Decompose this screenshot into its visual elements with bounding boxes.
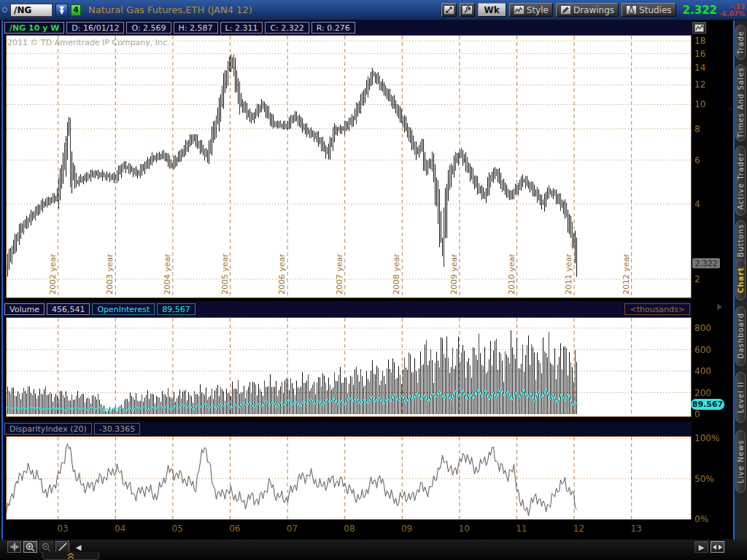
date-cell: D: 16/01/12 [66,22,124,34]
last-price-axis-badge: 2.322 [692,258,720,268]
svg-text:2006 year: 2006 year [277,253,287,295]
settings-button[interactable] [460,3,475,17]
trendline-tool-button[interactable] [55,541,69,553]
studies-button[interactable]: Studies [622,3,676,17]
open-interest-axis-badge: 89.567 [691,399,724,410]
time-tick: 12 [573,524,584,534]
svg-text:2012 year: 2012 year [622,253,631,295]
pencil-icon [560,5,571,15]
price-tick: 18 [694,36,705,46]
period-wk-button[interactable]: Wk [478,3,506,17]
disparity-header: DisparityIndex (20) -30.3365 [3,421,692,436]
sidebar-tab-label: Live News [737,440,745,483]
sidebar-tab-live-news[interactable]: Live News [735,430,746,493]
sidebar-tab-trade[interactable]: Trade [735,25,746,60]
svg-text:2003 year: 2003 year [105,253,115,295]
sidebar-tab-times-and-sales[interactable]: Times And Sales [735,64,746,141]
price-tick: 10 [694,99,705,109]
disparity-tick: 50% [694,474,714,484]
time-axis: 0304050607080910111213 [0,520,735,540]
disparity-tick: 100% [694,433,719,443]
volume-tick: 800 [694,323,711,333]
gadget-sidebar: TradeTimes And SalesActive TraderBig But… [735,20,747,540]
sidebar-tab-dashboard[interactable]: Dashboard [735,306,746,366]
open-cell: O: 2.569 [126,22,171,34]
flask-icon [626,5,637,15]
volume-tick: 200 [694,388,711,398]
main-price-chart[interactable]: 2002 year2003 year2004 year2005 year2006… [6,35,692,298]
svg-text:2002 year: 2002 year [48,253,58,295]
sidebar-tab-active-trader[interactable]: Active Trader [735,146,746,216]
price-tick: 2 [694,274,700,284]
svg-text:2011 year: 2011 year [564,253,573,295]
volume-value-cell: 456,541 [47,303,90,315]
time-tick: 05 [172,524,183,534]
range-cell: R: 0.276 [311,22,355,34]
price-tick: 8 [694,124,700,134]
high-cell: H: 2.587 [174,22,218,34]
frame-left [1,20,3,552]
price-tick: 12 [694,79,705,90]
time-tick: 03 [57,524,68,534]
sidebar-tab-label: Chart [737,267,745,293]
detach-button[interactable] [441,3,457,17]
expand-time-axis-button[interactable] [711,541,724,553]
time-tick: 07 [287,524,298,534]
studies-button-label: Studies [639,5,672,15]
panel-resize-handle-icon[interactable] [717,303,722,311]
pan-left-button[interactable]: ◀ [71,541,85,553]
style-button-label: Style [527,5,549,15]
time-tick: 11 [516,524,527,534]
price-tick: 4 [694,199,700,209]
svg-text:2011 © TD Ameritrade IP Compan: 2011 © TD Ameritrade IP Company, Inc. [7,38,170,47]
top-toolbar: /NG ▼▼ 4 Natural Gas Futures,ETH (JAN4 1… [0,0,747,20]
sidebar-tab-label: Trade [737,31,745,54]
move-arrows-icon [444,5,454,15]
sidebar-tab-label: Times And Sales [737,67,745,138]
symbol-period-cell: /NG 10 y W [4,22,64,34]
svg-text:2008 year: 2008 year [392,253,401,295]
ohlc-bar: /NG 10 y W D: 16/01/12 O: 2.569 H: 2.587… [3,20,692,35]
svg-text:2007 year: 2007 year [335,253,344,295]
price-tick: 14 [694,63,705,73]
open-interest-value-cell: 89,567 [157,303,196,315]
drawings-button-label: Drawings [573,5,614,15]
chart-style-icon [514,5,525,15]
contract-count-badge: 4 [71,4,81,16]
symbol-dropdown-button[interactable]: ▼▼ [55,4,68,17]
expand-drawer-tab[interactable] [42,552,99,560]
crosshair-tool-button[interactable] [7,541,21,553]
volume-label-cell: Volume [4,303,44,315]
low-cell: L: 2.311 [220,22,263,34]
drawings-button[interactable]: Drawings [556,3,619,17]
time-tick: 13 [630,524,641,534]
close-cell: C: 2.322 [265,22,309,34]
volume-tick: 600 [694,345,711,355]
disparity-chart[interactable] [6,436,692,520]
price-tick: 6 [694,155,700,166]
instrument-title: Natural Gas Futures,ETH (JAN4 12) [88,4,252,15]
symbol-input[interactable]: /NG [10,4,53,17]
sidebar-tab-level-ii[interactable]: Level II [735,372,746,423]
sidebar-tab-label: Dashboard [737,313,745,359]
style-button[interactable]: Style [509,3,553,17]
wrench-icon [462,5,473,15]
bottom-toolbar: ◀ ▶ [0,540,747,560]
volume-chart[interactable] [6,317,692,417]
zoom-in-button[interactable] [23,541,37,553]
disparity-label-cell: DisparityIndex (20) [4,423,92,435]
time-tick: 08 [344,524,355,534]
time-tick: 04 [115,524,125,534]
volume-header: Volume 456,541 OpenInterest 89,567 <thou… [3,301,692,317]
time-tick: 09 [401,524,412,534]
svg-text:2005 year: 2005 year [220,253,230,295]
price-axis: 181614121086428006004002000100%50%0% [692,0,735,560]
sidebar-tab-chart[interactable]: Chart [735,260,746,300]
sidebar-collapse-handle-icon[interactable] [727,106,732,113]
sidebar-tab-label: Level II [737,381,745,413]
scroll-right-button[interactable]: ▶ [694,541,708,553]
open-interest-label-cell: OpenInterest [92,303,155,315]
connection-status-icon [2,7,7,12]
zoom-out-button[interactable] [39,541,53,553]
price-tick: 16 [694,49,705,59]
